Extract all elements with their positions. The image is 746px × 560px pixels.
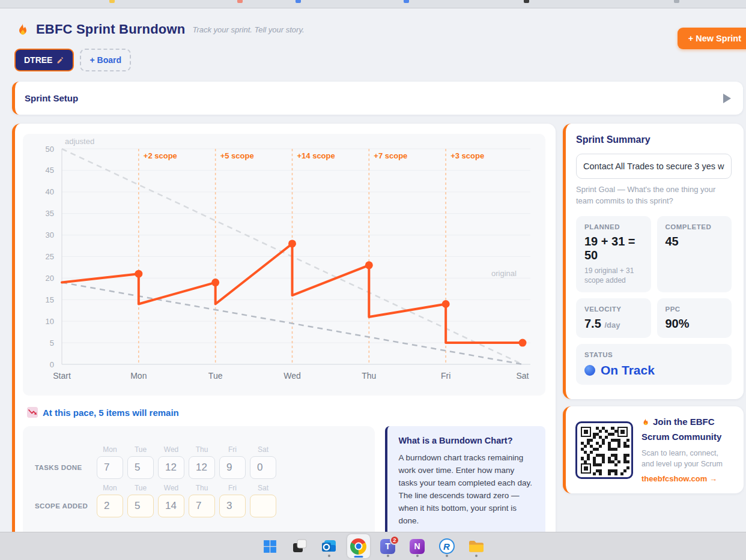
burndown-chart: +2 scope+5 scope+14 scope+7 scope+3 scop…: [23, 134, 545, 396]
taskbar-chrome[interactable]: [347, 534, 370, 558]
expand-arrow-icon[interactable]: [723, 94, 731, 103]
svg-text:Thu: Thu: [362, 371, 376, 381]
scope-added-input[interactable]: [158, 495, 184, 517]
day-header: Sat: [250, 445, 276, 454]
stat-ppc-label: PPC: [666, 306, 724, 313]
tasks-done-input[interactable]: [127, 456, 154, 479]
taskbar-revu[interactable]: [435, 534, 458, 558]
svg-text:35: 35: [46, 209, 54, 218]
svg-text:20: 20: [46, 274, 54, 283]
sprint-summary-title: Sprint Summary: [576, 134, 732, 145]
svg-text:+5 scope: +5 scope: [220, 151, 254, 160]
day-cell: Mon: [97, 445, 123, 479]
stat-velocity: VELOCITY 7.5 /day: [576, 298, 651, 338]
taskbar-file-explorer[interactable]: [465, 534, 488, 558]
community-subtitle: Scan to learn, connect,and level up your…: [641, 448, 735, 471]
svg-text:Wed: Wed: [284, 371, 301, 381]
svg-text:Fri: Fri: [441, 371, 450, 381]
pace-note: At this pace, 5 items will remain: [27, 407, 545, 418]
stat-ppc: PPC 90%: [657, 298, 732, 338]
svg-text:0: 0: [50, 360, 54, 369]
taskbar-teams[interactable]: 2: [377, 534, 399, 558]
tasks-done-input[interactable]: [250, 456, 276, 479]
sprint-setup-title: Sprint Setup: [25, 93, 78, 103]
scope-added-input[interactable]: [219, 495, 246, 517]
scope-added-input[interactable]: [97, 495, 123, 517]
tasks-done-cells: MonTueWedThuFriSat: [97, 445, 276, 479]
community-title: Join the EBFC Scrum Community: [641, 416, 735, 444]
tasks-done-input[interactable]: [158, 456, 184, 479]
stat-velocity-value: 7.5 /day: [584, 317, 643, 331]
tasks-done-input[interactable]: [189, 456, 215, 479]
day-cell: Wed: [158, 445, 184, 479]
day-cell: Fri: [219, 445, 246, 479]
day-cell: Fri: [219, 484, 246, 517]
browser-tab-favicon: [524, 0, 529, 3]
stat-completed-value: 45: [666, 235, 724, 248]
day-header: Thu: [189, 445, 215, 454]
svg-text:15: 15: [46, 295, 54, 304]
sprint-goal-input[interactable]: [576, 154, 732, 179]
day-cell: Sat: [250, 445, 276, 479]
teams-icon: 2: [380, 539, 395, 554]
board-tab-label: DTREE: [24, 55, 52, 65]
community-title-line1: Join the EBFC: [653, 416, 715, 428]
scope-added-row: SCOPE ADDED MonTueWedThuFriSat: [35, 484, 375, 517]
stat-planned: PLANNED 19 + 31 = 50 19 original + 31 sc…: [576, 216, 651, 292]
burndown-card: +2 scope+5 scope+14 scope+7 scope+3 scop…: [12, 124, 556, 560]
svg-text:Start: Start: [53, 371, 71, 381]
scope-added-input[interactable]: [127, 495, 154, 517]
sprint-setup-toggle[interactable]: Sprint Setup: [12, 82, 743, 115]
page-tagline: Track your sprint. Tell your story.: [192, 25, 304, 34]
browser-tab-favicon: [404, 0, 409, 3]
onenote-icon: [410, 539, 425, 554]
add-board-label: + Board: [89, 55, 121, 65]
sprint-goal-help: Sprint Goal — What's the one thing your …: [576, 184, 732, 207]
day-cell: Tue: [127, 484, 154, 517]
browser-tab-favicon: [674, 0, 679, 3]
add-board-button[interactable]: + Board: [80, 49, 131, 71]
task-view-icon: [292, 538, 308, 554]
svg-text:+3 scope: +3 scope: [450, 151, 484, 160]
qr-code: [575, 421, 633, 479]
scope-added-label: SCOPE ADDED: [35, 502, 97, 517]
tasks-done-input[interactable]: [97, 456, 123, 479]
board-tab-dtree[interactable]: DTREE: [14, 49, 74, 71]
running-indicator: [475, 555, 478, 557]
start-button[interactable]: [259, 534, 282, 558]
pencil-icon[interactable]: [56, 56, 64, 64]
day-cell: Mon: [97, 484, 123, 517]
taskbar-outlook[interactable]: [318, 534, 341, 558]
tasks-done-row: TASKS DONE MonTueWedThuFriSat: [35, 445, 375, 479]
chrome-icon: [350, 538, 366, 555]
browser-top-strip: [0, 0, 746, 8]
svg-text:25: 25: [46, 252, 54, 261]
svg-text:adjusted: adjusted: [65, 137, 94, 146]
svg-text:50: 50: [46, 145, 54, 154]
day-header: Sat: [250, 484, 276, 492]
sprint-summary-card: Sprint Summary Sprint Goal — What's the …: [563, 124, 744, 399]
windows-taskbar: 2: [0, 532, 746, 560]
file-explorer-icon: [469, 538, 484, 554]
day-header: Mon: [97, 484, 123, 492]
active-app-indicator: [354, 556, 363, 558]
stat-status: STATUS On Track: [576, 344, 732, 385]
scope-added-input[interactable]: [189, 495, 215, 517]
day-header: Thu: [189, 484, 215, 492]
new-sprint-button[interactable]: + New Sprint: [678, 28, 746, 49]
taskbar-onenote[interactable]: [406, 534, 429, 558]
info-box-body: A burndown chart tracks remaining work o…: [398, 452, 535, 528]
task-view-button[interactable]: [288, 534, 311, 558]
svg-text:Sat: Sat: [516, 371, 529, 381]
day-header: Wed: [158, 445, 184, 454]
info-box-title: What is a Burndown Chart?: [398, 436, 535, 445]
bluebeam-revu-icon: [439, 538, 455, 554]
svg-text:30: 30: [46, 230, 54, 239]
svg-text:+7 scope: +7 scope: [374, 151, 407, 160]
community-card: Join the EBFC Scrum Community Scan to le…: [563, 406, 744, 493]
chart-decreasing-icon: [27, 407, 38, 418]
scope-added-input[interactable]: [250, 495, 276, 517]
running-indicator: [387, 555, 389, 557]
community-link[interactable]: theebfcshow.com →: [641, 474, 717, 483]
tasks-done-input[interactable]: [219, 456, 246, 479]
